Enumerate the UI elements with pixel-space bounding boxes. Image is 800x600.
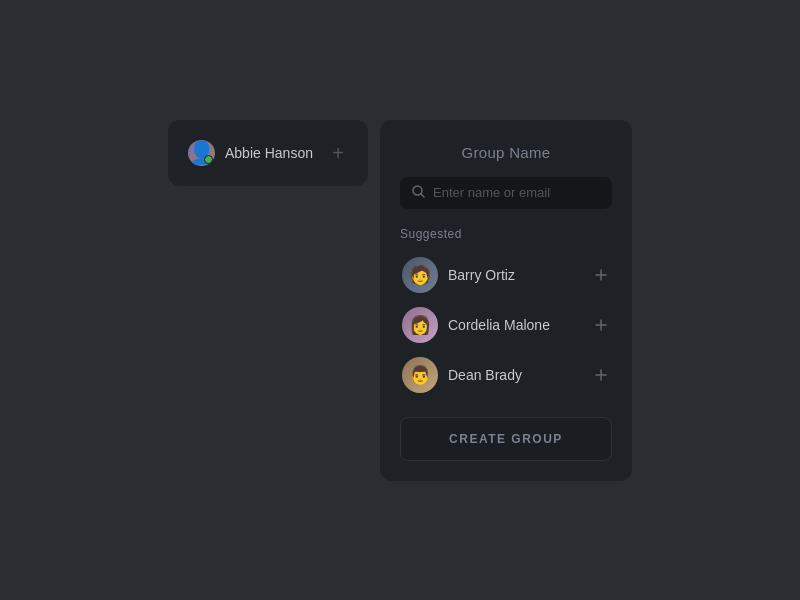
- search-icon: [412, 185, 425, 201]
- search-bar: [400, 177, 612, 209]
- add-user-button[interactable]: +: [328, 141, 348, 165]
- panels-wrapper: Abbie Hanson + Group Name Suggested Barr…: [168, 120, 632, 481]
- create-group-button[interactable]: CREATE GROUP: [400, 417, 612, 461]
- add-barry-button[interactable]: [592, 266, 610, 284]
- avatar-wrapper: [188, 140, 215, 166]
- avatar: [402, 257, 438, 293]
- online-indicator: [204, 155, 213, 164]
- list-item: Dean Brady: [400, 351, 612, 399]
- suggested-name: Dean Brady: [448, 367, 582, 383]
- svg-line-1: [421, 193, 424, 196]
- suggested-name: Barry Ortiz: [448, 267, 582, 283]
- user-name: Abbie Hanson: [225, 145, 318, 161]
- suggested-name: Cordelia Malone: [448, 317, 582, 333]
- group-name-title: Group Name: [400, 144, 612, 161]
- add-cordelia-button[interactable]: [592, 316, 610, 334]
- avatar: [402, 357, 438, 393]
- search-input[interactable]: [433, 185, 600, 200]
- left-panel: Abbie Hanson +: [168, 120, 368, 186]
- list-item: Barry Ortiz: [400, 251, 612, 299]
- suggested-label: Suggested: [400, 227, 612, 241]
- right-panel: Group Name Suggested Barry Ortiz: [380, 120, 632, 481]
- add-dean-button[interactable]: [592, 366, 610, 384]
- avatar: [402, 307, 438, 343]
- list-item: Cordelia Malone: [400, 301, 612, 349]
- suggested-list: Barry Ortiz Cordelia Malone: [400, 251, 612, 399]
